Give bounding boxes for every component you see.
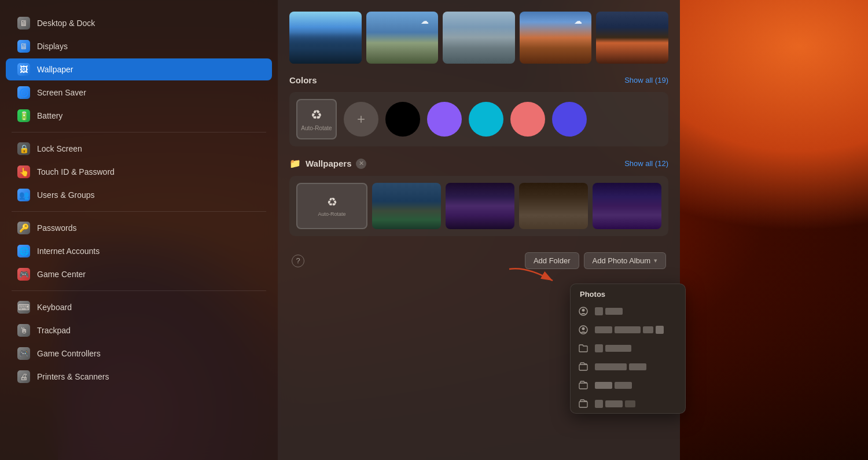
red-arrow-indicator [503,263,561,295]
sidebar-item-battery[interactable]: 🔋 Battery [6,105,272,127]
item-square-6 [595,400,603,408]
lockscreen-icon: 🔒 [17,142,30,155]
photos-dropdown-menu: Photos [570,284,686,414]
auto-rotate-icon: ♻ [311,108,322,123]
wallpapers-title: Wallpapers [306,159,351,168]
wp-purple-room-thumb[interactable] [593,183,661,229]
item-square-3 [595,344,603,352]
item-bar-6b [625,400,635,407]
color-blue[interactable] [552,102,587,137]
colors-section-header: Colors Show all (19) [289,75,668,85]
dropdown-item-content-1 [595,307,678,315]
wp-purple-creature-thumb[interactable] [446,183,514,229]
sidebar-label-printers: Printers & Scanners [37,372,109,381]
sidebar-item-trackpad[interactable]: 🖱 Trackpad [6,319,272,341]
sidebar-item-printers[interactable]: 🖨 Printers & Scanners [6,366,272,388]
dropdown-item-4[interactable] [571,358,685,376]
folder-stack-icon-6 [578,398,589,410]
wallpapers-close-badge[interactable]: ✕ [356,159,366,169]
sidebar-item-users[interactable]: 👥 Users & Groups [6,184,272,206]
folder-stack-icon-5 [578,380,589,391]
dropdown-item-content-4 [595,363,678,370]
color-black[interactable] [385,102,420,137]
svg-rect-7 [579,402,587,407]
color-pink[interactable] [510,102,545,137]
sidebar-label-keyboard: Keyboard [37,303,72,312]
wallpapers-grid: ♻ Auto-Rotate [289,176,668,236]
cloud-upload-icon-2: ☁ [574,16,587,27]
wallpapers-show-all[interactable]: Show all (12) [624,159,668,168]
folder-stack-icon-4 [578,361,589,373]
sidebar-label-users: Users & Groups [37,190,95,200]
item-bar-4a [595,363,627,370]
add-photo-album-button[interactable]: Add Photo Album ▾ [584,252,666,269]
cloud-upload-icon: ☁ [421,16,433,27]
sidebar-item-gamecontrollers[interactable]: 🎮 Game Controllers [6,343,272,365]
gamecenter-icon: 🎮 [17,268,30,281]
dropdown-item-1[interactable] [571,302,685,321]
sidebar-label-screensaver: Screen Saver [37,88,86,97]
internet-icon: 🌐 [17,245,30,257]
item-bar-4b [629,363,646,370]
chevron-down-icon: ▾ [654,257,657,264]
item-bar-5b [615,382,632,389]
dropdown-header: Photos [571,284,685,302]
svg-point-4 [582,327,585,330]
dropdown-item-6[interactable] [571,395,685,413]
sidebar-label-gamecontrollers: Game Controllers [37,349,101,358]
color-cyan[interactable] [469,102,503,137]
dropdown-item-content-6 [595,400,678,408]
dropdown-item-3[interactable] [571,339,685,358]
dropdown-item-5[interactable] [571,376,685,395]
color-purple[interactable] [427,102,462,137]
sidebar-label-wallpaper: Wallpaper [37,65,73,74]
sidebar-label-desktop-dock: Desktop & Dock [37,19,95,28]
dropdown-item-2[interactable] [571,321,685,339]
sidebar-item-desktop-dock[interactable]: 🖥 Desktop & Dock [6,12,272,34]
sidebar-item-wallpaper[interactable]: 🖼 Wallpaper [6,58,272,80]
help-button[interactable]: ? [292,255,304,267]
sidebar-label-internet: Internet Accounts [37,246,100,256]
sidebar-item-lockscreen[interactable]: 🔒 Lock Screen [6,138,272,160]
item-bar-6a [605,400,623,407]
sidebar-item-passwords[interactable]: 🔑 Passwords [6,217,272,239]
sidebar-item-keyboard[interactable]: ⌨ Keyboard [6,296,272,318]
sidebar-label-trackpad: Trackpad [37,326,71,335]
person-circle-icon-1 [578,306,589,317]
wallpaper-thumb-mountain[interactable] [289,12,362,64]
dropdown-item-content-5 [595,382,678,389]
add-photo-album-label: Add Photo Album [593,256,650,265]
colors-show-all[interactable]: Show all (19) [624,76,668,84]
auto-rotate-label: Auto-Rotate [301,125,332,131]
featured-wallpapers-row: ☁ ☁ [289,12,668,64]
divider-3 [12,290,266,291]
wp-auto-rotate-icon: ♻ [327,195,337,209]
sidebar-item-internet[interactable]: 🌐 Internet Accounts [6,240,272,262]
printers-icon: 🖨 [17,370,30,383]
svg-point-2 [582,309,585,312]
colors-grid: ♻ Auto-Rotate + [289,92,668,146]
bottom-bar: ? Add Folder Add Photo Album ▾ [289,248,668,274]
item-bar-5a [595,382,612,389]
wallpaper-thumb-orange-rocks[interactable]: ☁ [520,12,592,64]
item-bar-2c [643,326,653,333]
wp-aerial-thumb[interactable] [372,183,441,229]
sidebar: 🖥 Desktop & Dock 🖥 Displays 🖼 Wallpaper … [0,0,278,460]
sidebar-item-displays[interactable]: 🖥 Displays [6,35,272,57]
wallpaper-thumb-dark[interactable] [596,12,668,64]
sidebar-item-touchid[interactable]: 👆 Touch ID & Password [6,161,272,183]
passwords-icon: 🔑 [17,222,30,234]
sidebar-item-screensaver[interactable]: 🌀 Screen Saver [6,82,272,104]
wp-auto-rotate-thumb[interactable]: ♻ Auto-Rotate [296,183,367,229]
battery-icon: 🔋 [17,109,30,122]
desktop-dock-icon: 🖥 [17,17,30,30]
color-auto-rotate-button[interactable]: ♻ Auto-Rotate [296,99,337,139]
sidebar-item-gamecenter[interactable]: 🎮 Game Center [6,263,272,285]
add-color-button[interactable]: + [344,102,378,137]
sidebar-label-displays: Displays [37,42,68,51]
sidebar-label-touchid: Touch ID & Password [37,167,115,176]
wp-tech-thumb[interactable] [519,183,588,229]
wallpaper-thumb-coastal[interactable]: ☁ [366,12,439,64]
wallpaper-thumb-rocks[interactable] [443,12,515,64]
sidebar-label-lockscreen: Lock Screen [37,144,82,153]
